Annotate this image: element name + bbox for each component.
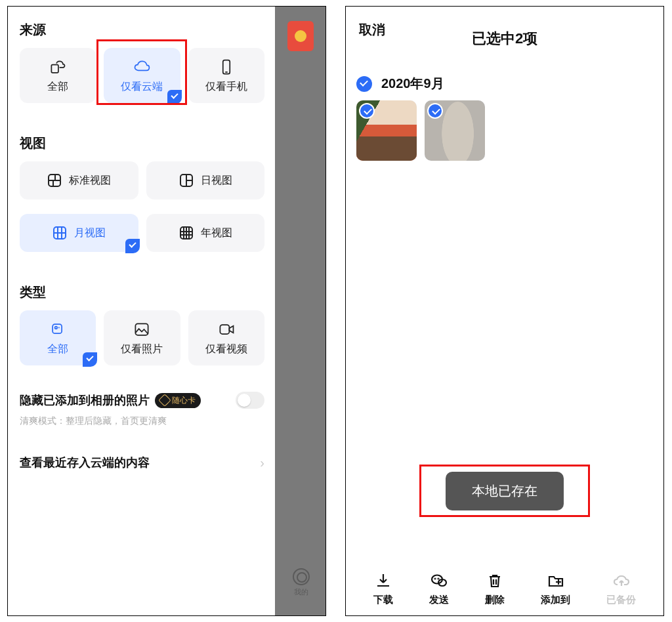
photo-thumbnail-1[interactable] (356, 100, 417, 161)
type-option-photo[interactable]: 仅看照片 (104, 310, 180, 365)
selected-tick-icon (83, 352, 97, 367)
cloud-icon (133, 58, 151, 76)
svg-rect-0 (52, 64, 59, 72)
section-title-view: 视图 (20, 135, 264, 152)
svg-point-21 (55, 326, 58, 329)
svg-rect-24 (220, 325, 229, 334)
svg-rect-22 (56, 327, 66, 337)
type-option-all[interactable]: 全部 (20, 310, 96, 365)
photo-icon (133, 320, 151, 339)
type-option-video[interactable]: 仅看视频 (188, 310, 264, 365)
source-option-all[interactable]: 全部 (20, 48, 96, 103)
hide-added-toggle[interactable] (236, 392, 264, 409)
view-option-day-label: 日视图 (201, 174, 232, 188)
view-option-day[interactable]: 日视图 (146, 161, 265, 199)
grid-2x2-uneven-icon (47, 173, 62, 188)
phone-left-filter-panel: 我的 来源 全部 仅看云端 仅看手机 视图 (7, 6, 326, 616)
selection-title: 已选中2项 (356, 17, 653, 49)
grid-3x3-icon (52, 225, 68, 241)
svg-rect-23 (136, 323, 148, 335)
svg-point-28 (438, 579, 438, 579)
trash-icon (486, 571, 504, 590)
view-option-month[interactable]: 月视图 (20, 214, 138, 252)
bottom-tab-my[interactable]: 我的 (293, 568, 310, 597)
add-to-folder-icon (547, 571, 565, 590)
source-option-cloud-label: 仅看云端 (121, 80, 163, 94)
view-recent-cloud-row[interactable]: 查看最近存入云端的内容 › (20, 455, 264, 470)
action-add-to[interactable]: 添加到 (541, 571, 570, 606)
source-option-all-label: 全部 (47, 80, 68, 94)
action-delete-label: 删除 (485, 594, 505, 606)
vip-badge: 随心卡 (155, 393, 201, 408)
wechat-icon (430, 571, 448, 590)
type-option-video-label: 仅看视频 (205, 342, 247, 356)
media-stack-icon (49, 320, 67, 339)
svg-point-27 (434, 579, 435, 579)
view-option-standard[interactable]: 标准视图 (20, 161, 138, 199)
bottom-tab-my-label: 我的 (293, 587, 310, 597)
action-send[interactable]: 发送 (429, 571, 449, 606)
action-send-label: 发送 (429, 594, 449, 606)
action-download[interactable]: 下载 (373, 571, 393, 606)
view-recent-cloud-label: 查看最近存入云端的内容 (20, 455, 150, 470)
thumbnail-checkbox-icon[interactable] (427, 103, 443, 119)
cancel-button[interactable]: 取消 (359, 21, 385, 39)
phone-icon (217, 58, 236, 76)
group-date-label: 2020年9月 (381, 75, 444, 93)
action-backed-up-label: 已备份 (606, 594, 636, 606)
group-checkbox-icon[interactable] (356, 76, 372, 92)
chevron-right-icon: › (260, 455, 264, 470)
download-icon (374, 571, 392, 590)
action-delete[interactable]: 删除 (485, 571, 505, 606)
view-option-year[interactable]: 年视图 (146, 214, 265, 252)
section-title-source: 来源 (20, 21, 264, 39)
selected-tick-icon (167, 90, 182, 104)
dimmed-background: 我的 (275, 7, 326, 615)
video-icon (217, 320, 236, 339)
phone-right-selection-screen: 取消 已选中2项 2020年9月 本地已存在 下载 发送 (345, 6, 664, 616)
highlight-annotation-toast (419, 465, 590, 517)
type-option-photo-label: 仅看照片 (121, 342, 163, 356)
hide-added-subtitle: 清爽模式：整理后隐藏，首页更清爽 (20, 415, 264, 427)
action-backed-up: 已备份 (606, 571, 636, 606)
selected-tick-icon (125, 239, 140, 253)
toast-local-exists: 本地已存在 (446, 472, 564, 510)
source-option-phone-label: 仅看手机 (205, 80, 247, 94)
device-cloud-icon (49, 58, 67, 76)
section-title-type: 类型 (20, 283, 264, 301)
red-envelope-icon (287, 21, 314, 51)
thumbnail-checkbox-icon[interactable] (359, 103, 375, 119)
view-option-year-label: 年视图 (201, 226, 232, 240)
photo-thumbnail-2[interactable] (425, 100, 485, 161)
bottom-action-bar: 下载 发送 删除 添加到 已备份 (346, 571, 663, 606)
cloud-up-icon (612, 571, 631, 590)
type-option-all-label: 全部 (47, 342, 68, 356)
view-option-standard-label: 标准视图 (69, 174, 111, 188)
action-add-to-label: 添加到 (541, 594, 570, 606)
source-option-cloud[interactable]: 仅看云端 (104, 48, 180, 103)
view-option-month-label: 月视图 (74, 226, 106, 240)
grid-4x3-icon (178, 225, 194, 241)
group-header[interactable]: 2020年9月 (356, 75, 653, 93)
source-option-phone[interactable]: 仅看手机 (188, 48, 264, 103)
grid-day-icon (178, 173, 194, 188)
hide-added-photos-row: 隐藏已添加到相册的照片 随心卡 (20, 392, 264, 409)
hide-added-title: 隐藏已添加到相册的照片 (20, 392, 150, 408)
action-download-label: 下载 (373, 594, 393, 606)
